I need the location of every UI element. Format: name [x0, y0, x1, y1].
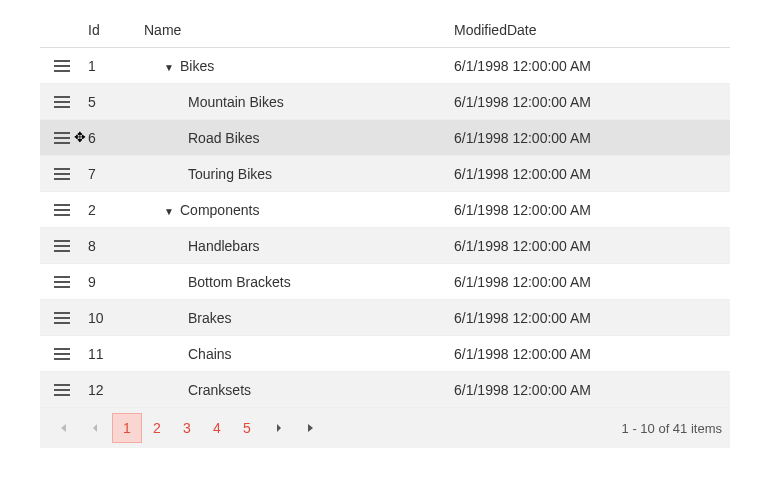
pager-info: 1 - 10 of 41 items	[622, 421, 722, 436]
cell-name: Touring Bikes	[140, 166, 450, 182]
table-row[interactable]: 8Handlebars6/1/1998 12:00:00 AM	[40, 228, 730, 264]
table-row[interactable]: 5Mountain Bikes6/1/1998 12:00:00 AM	[40, 84, 730, 120]
expander-icon[interactable]: ▼	[164, 62, 176, 73]
drag-lines-icon	[54, 312, 70, 324]
drag-handle[interactable]	[40, 96, 84, 108]
table-row[interactable]: 2▼Components6/1/1998 12:00:00 AM	[40, 192, 730, 228]
cell-name: Road Bikes	[140, 130, 450, 146]
drag-handle[interactable]	[40, 276, 84, 288]
cell-id: 9	[84, 274, 140, 290]
drag-handle[interactable]	[40, 312, 84, 324]
expander-icon[interactable]: ▼	[164, 206, 176, 217]
name-text: Chains	[188, 346, 232, 362]
pager-page-3[interactable]: 3	[172, 413, 202, 443]
cell-modified-date: 6/1/1998 12:00:00 AM	[450, 58, 730, 74]
cell-name: ▼Components	[140, 202, 450, 218]
table-row[interactable]: ✥6Road Bikes6/1/1998 12:00:00 AM	[40, 120, 730, 156]
cell-id: 2	[84, 202, 140, 218]
pager: 12345 1 - 10 of 41 items	[40, 408, 730, 448]
drag-lines-icon	[54, 240, 70, 252]
cell-name: Brakes	[140, 310, 450, 326]
cell-name: Cranksets	[140, 382, 450, 398]
drag-handle[interactable]	[40, 168, 84, 180]
pager-next-button[interactable]	[264, 413, 294, 443]
header-id[interactable]: Id	[84, 22, 140, 38]
cell-id: 1	[84, 58, 140, 74]
cell-id: 7	[84, 166, 140, 182]
pager-first-button[interactable]	[48, 413, 78, 443]
drag-handle[interactable]	[40, 348, 84, 360]
name-text: Cranksets	[188, 382, 251, 398]
table-row[interactable]: 9Bottom Brackets6/1/1998 12:00:00 AM	[40, 264, 730, 300]
header-name[interactable]: Name	[140, 22, 450, 38]
name-text: Components	[180, 202, 259, 218]
header-row: Id Name ModifiedDate	[40, 12, 730, 48]
cell-id: 11	[84, 346, 140, 362]
name-text: Bikes	[180, 58, 214, 74]
cell-id: 12	[84, 382, 140, 398]
cell-modified-date: 6/1/1998 12:00:00 AM	[450, 382, 730, 398]
cell-modified-date: 6/1/1998 12:00:00 AM	[450, 346, 730, 362]
cell-name: ▼Bikes	[140, 58, 450, 74]
cell-modified-date: 6/1/1998 12:00:00 AM	[450, 310, 730, 326]
drag-lines-icon	[54, 132, 70, 144]
cell-modified-date: 6/1/1998 12:00:00 AM	[450, 130, 730, 146]
cell-modified-date: 6/1/1998 12:00:00 AM	[450, 166, 730, 182]
name-text: Brakes	[188, 310, 232, 326]
cell-id: 5	[84, 94, 140, 110]
drag-handle[interactable]	[40, 60, 84, 72]
table-row[interactable]: 12Cranksets6/1/1998 12:00:00 AM	[40, 372, 730, 408]
tree-grid: Id Name ModifiedDate 1▼Bikes6/1/1998 12:…	[40, 12, 730, 408]
pager-page-2[interactable]: 2	[142, 413, 172, 443]
drag-handle[interactable]	[40, 204, 84, 216]
drag-lines-icon	[54, 384, 70, 396]
table-row[interactable]: 1▼Bikes6/1/1998 12:00:00 AM	[40, 48, 730, 84]
pager-nav: 12345	[48, 413, 326, 443]
table-row[interactable]: 11Chains6/1/1998 12:00:00 AM	[40, 336, 730, 372]
table-row[interactable]: 10Brakes6/1/1998 12:00:00 AM	[40, 300, 730, 336]
name-text: Bottom Brackets	[188, 274, 291, 290]
cell-modified-date: 6/1/1998 12:00:00 AM	[450, 94, 730, 110]
drag-lines-icon	[54, 204, 70, 216]
drag-handle[interactable]: ✥	[40, 132, 84, 144]
cell-name: Chains	[140, 346, 450, 362]
cell-id: 10	[84, 310, 140, 326]
cell-id: 6	[84, 130, 140, 146]
chevron-left-icon	[90, 423, 100, 433]
cell-modified-date: 6/1/1998 12:00:00 AM	[450, 238, 730, 254]
header-modified[interactable]: ModifiedDate	[450, 22, 730, 38]
name-text: Handlebars	[188, 238, 260, 254]
cell-modified-date: 6/1/1998 12:00:00 AM	[450, 274, 730, 290]
drag-handle[interactable]	[40, 384, 84, 396]
chevron-right-icon	[274, 423, 284, 433]
pager-page-1[interactable]: 1	[112, 413, 142, 443]
pager-page-5[interactable]: 5	[232, 413, 262, 443]
cell-name: Handlebars	[140, 238, 450, 254]
cell-modified-date: 6/1/1998 12:00:00 AM	[450, 202, 730, 218]
drag-lines-icon	[54, 348, 70, 360]
table-row[interactable]: 7Touring Bikes6/1/1998 12:00:00 AM	[40, 156, 730, 192]
drag-lines-icon	[54, 168, 70, 180]
name-text: Mountain Bikes	[188, 94, 284, 110]
drag-handle[interactable]	[40, 240, 84, 252]
first-page-icon	[57, 422, 69, 434]
pager-last-button[interactable]	[296, 413, 326, 443]
drag-lines-icon	[54, 96, 70, 108]
cell-name: Mountain Bikes	[140, 94, 450, 110]
cell-id: 8	[84, 238, 140, 254]
drag-lines-icon	[54, 60, 70, 72]
cell-name: Bottom Brackets	[140, 274, 450, 290]
name-text: Road Bikes	[188, 130, 260, 146]
last-page-icon	[305, 422, 317, 434]
pager-page-4[interactable]: 4	[202, 413, 232, 443]
name-text: Touring Bikes	[188, 166, 272, 182]
pager-prev-button[interactable]	[80, 413, 110, 443]
drag-lines-icon	[54, 276, 70, 288]
